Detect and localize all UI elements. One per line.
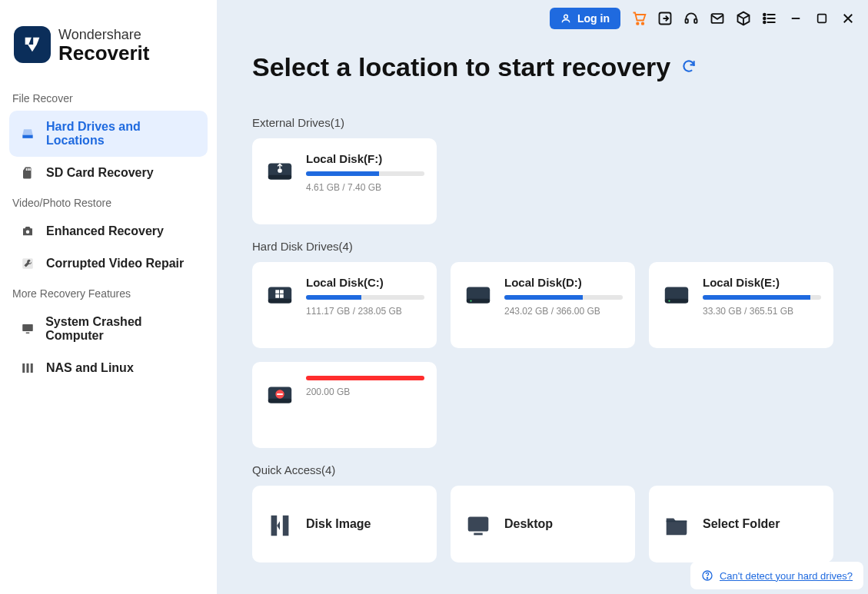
close-icon[interactable] — [840, 11, 856, 26]
main-area: Log in — [217, 0, 868, 594]
sidebar-item-enhanced[interactable]: Enhanced Recovery — [9, 215, 208, 247]
cart-icon[interactable] — [631, 11, 647, 26]
drive-sub: 4.61 GB / 7.40 GB — [306, 182, 424, 193]
quick-icon — [463, 510, 494, 541]
quick-icon — [264, 510, 295, 541]
nas-icon — [20, 361, 35, 375]
minimize-icon[interactable] — [788, 11, 803, 26]
drive-card-hdd-2[interactable]: Local Disk(E:) 33.30 GB / 365.51 GB — [649, 262, 833, 348]
cube-icon[interactable] — [736, 11, 751, 26]
svg-rect-31 — [467, 299, 490, 304]
page-title: Select a location to start recovery — [252, 52, 670, 82]
drive-sub: 111.17 GB / 238.05 GB — [306, 306, 424, 317]
group-head-external: External Drives(1) — [252, 116, 837, 129]
sidebar-item-corrupted[interactable]: Corrupted Video Repair — [9, 247, 208, 280]
sidebar-item-hard-drives[interactable]: Hard Drives and Locations — [9, 111, 208, 157]
drive-icon — [264, 379, 295, 410]
import-icon[interactable] — [657, 11, 673, 26]
brand-line1: Wondershare — [58, 27, 150, 43]
svg-point-11 — [637, 22, 639, 25]
quick-title: Disk Image — [306, 517, 424, 531]
svg-rect-1 — [28, 168, 29, 171]
brand: Wondershare Recoverit — [9, 15, 208, 85]
svg-point-10 — [564, 15, 568, 18]
wrench-icon — [20, 257, 35, 270]
usage-bar — [306, 295, 424, 300]
usage-bar — [504, 295, 623, 300]
refresh-icon[interactable] — [681, 58, 697, 77]
section-label-more: More Recovery Features — [9, 280, 208, 306]
svg-rect-6 — [25, 333, 29, 334]
login-button[interactable]: Log in — [550, 8, 620, 29]
drive-card-hdd-0[interactable]: Local Disk(C:) 111.17 GB / 238.05 GB — [252, 262, 437, 348]
svg-rect-15 — [694, 19, 697, 23]
quick-card-2[interactable]: Select Folder — [649, 486, 833, 562]
svg-rect-22 — [268, 175, 291, 180]
content: External Drives(1) Local Disk(F:) 4.61 G… — [217, 90, 868, 562]
svg-rect-40 — [468, 517, 489, 532]
svg-rect-0 — [26, 168, 28, 171]
brand-line2: Recoverit — [58, 43, 150, 63]
help-icon — [701, 569, 713, 582]
drive-icon — [264, 279, 295, 310]
drive-title: Local Disk(C:) — [306, 276, 424, 289]
svg-rect-41 — [474, 533, 482, 536]
quick-title: Select Folder — [703, 517, 821, 531]
camera-icon — [20, 224, 35, 238]
svg-point-23 — [278, 168, 282, 173]
usage-bar — [703, 295, 821, 300]
sidebar-item-label: NAS and Linux — [46, 361, 134, 375]
drive-icon — [661, 279, 692, 310]
svg-point-43 — [707, 578, 707, 579]
svg-rect-14 — [686, 19, 688, 23]
svg-point-17 — [763, 14, 766, 16]
quick-icon — [661, 510, 692, 541]
svg-rect-39 — [277, 393, 283, 395]
sidebar-item-label: Hard Drives and Locations — [46, 120, 197, 148]
quick-card-1[interactable]: Desktop — [451, 486, 635, 562]
svg-rect-37 — [268, 399, 291, 403]
sd-card-icon — [20, 166, 35, 180]
list-icon[interactable] — [762, 11, 777, 26]
detect-help[interactable]: Can't detect your hard drives? — [690, 562, 863, 589]
sidebar-item-label: Enhanced Recovery — [46, 224, 164, 238]
sidebar-item-label: System Crashed Computer — [45, 315, 197, 343]
group-head-quick: Quick Access(4) — [252, 463, 837, 476]
svg-point-32 — [470, 300, 471, 301]
drive-sub: 33.30 GB / 365.51 GB — [703, 306, 821, 317]
mail-icon[interactable] — [710, 11, 725, 26]
svg-point-35 — [668, 300, 670, 301]
drive-card-hdd-3[interactable]: 200.00 GB — [252, 362, 437, 448]
sidebar-item-crashed[interactable]: System Crashed Computer — [9, 306, 208, 352]
support-icon[interactable] — [683, 11, 699, 26]
sidebar-item-sd-card[interactable]: SD Card Recovery — [9, 157, 208, 189]
svg-rect-2 — [29, 168, 31, 171]
drive-title: Local Disk(D:) — [504, 276, 623, 289]
monitor-icon — [20, 322, 35, 336]
svg-rect-26 — [275, 290, 279, 294]
detect-help-link[interactable]: Can't detect your hard drives? — [720, 570, 853, 582]
svg-rect-8 — [27, 363, 29, 373]
svg-rect-34 — [665, 299, 688, 304]
drive-sub: 200.00 GB — [306, 387, 424, 397]
user-icon — [560, 13, 571, 24]
sidebar: Wondershare Recoverit File Recover Hard … — [0, 0, 217, 594]
svg-point-12 — [642, 22, 644, 25]
svg-rect-27 — [280, 290, 284, 294]
svg-rect-20 — [818, 15, 826, 23]
drive-icon — [20, 126, 35, 141]
svg-point-18 — [763, 18, 766, 20]
brand-logo-icon — [14, 26, 51, 63]
sidebar-item-nas[interactable]: NAS and Linux — [9, 352, 208, 384]
drive-card-hdd-1[interactable]: Local Disk(D:) 243.02 GB / 366.00 GB — [451, 262, 635, 348]
section-label-video: Video/Photo Restore — [9, 189, 208, 215]
drive-sub: 243.02 GB / 366.00 GB — [504, 306, 623, 317]
maximize-icon[interactable] — [814, 11, 830, 26]
quick-card-0[interactable]: Disk Image — [252, 486, 437, 562]
section-label-file-recover: File Recover — [9, 85, 208, 111]
sidebar-item-label: SD Card Recovery — [46, 166, 154, 180]
usage-bar — [306, 376, 424, 380]
svg-rect-7 — [22, 363, 25, 373]
drive-card-external-0[interactable]: Local Disk(F:) 4.61 GB / 7.40 GB — [252, 138, 437, 224]
login-label: Log in — [577, 12, 610, 25]
